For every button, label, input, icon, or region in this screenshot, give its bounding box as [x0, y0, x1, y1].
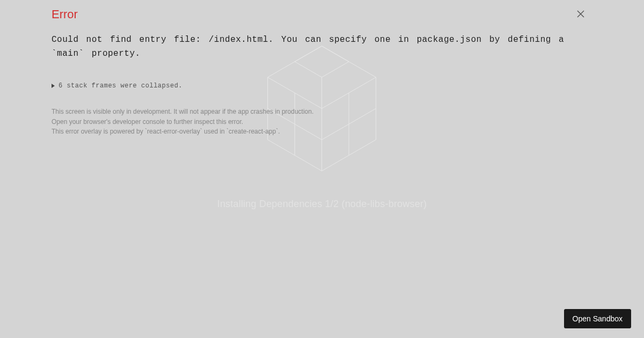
- footer-line-3: This error overlay is powered by `react-…: [52, 127, 592, 137]
- expand-triangle-icon: [52, 84, 55, 88]
- error-message: Could not find entry file: /index.html. …: [52, 33, 592, 61]
- footer-line-2: Open your browser's developer console to…: [52, 117, 592, 127]
- close-button[interactable]: [575, 9, 586, 19]
- stack-frames-toggle[interactable]: 6 stack frames were collapsed.: [52, 82, 592, 90]
- footer-line-1: This screen is visible only in developme…: [52, 107, 592, 117]
- error-title: Error: [52, 8, 592, 21]
- error-overlay: Error Could not find entry file: /index.…: [0, 0, 644, 338]
- close-icon: [577, 10, 584, 18]
- overlay-footer: This screen is visible only in developme…: [52, 107, 592, 137]
- stack-toggle-label: 6 stack frames were collapsed.: [58, 82, 182, 90]
- error-container: Error Could not find entry file: /index.…: [0, 0, 644, 137]
- open-sandbox-button[interactable]: Open Sandbox: [564, 309, 631, 328]
